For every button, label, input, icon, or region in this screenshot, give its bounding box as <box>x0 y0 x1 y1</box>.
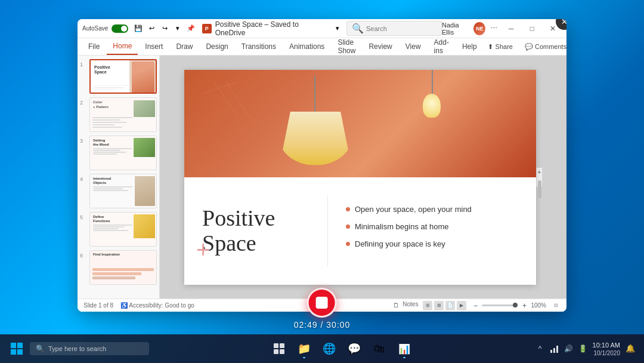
start-button[interactable] <box>7 339 26 358</box>
taskbar-search-text: Type here to search <box>48 345 106 352</box>
tab-view[interactable]: View <box>400 38 427 55</box>
tab-help[interactable]: Help <box>456 38 483 55</box>
redo-icon[interactable]: ↪ <box>159 23 170 34</box>
bullet-item-2: Minimalism begins at home <box>346 222 524 231</box>
scroll-up-arrow[interactable]: ▲ <box>537 168 543 176</box>
svg-rect-11 <box>550 350 552 353</box>
tab-design[interactable]: Design <box>200 38 234 55</box>
fit-to-window-icon[interactable]: ⊡ <box>551 301 561 310</box>
minimize-button[interactable]: ─ <box>503 20 520 37</box>
zoom-thumb[interactable] <box>513 303 518 307</box>
comments-button[interactable]: 💬 Comments <box>521 42 566 52</box>
powerpoint-icon: 📊 <box>398 343 410 355</box>
stop-recording-button[interactable] <box>307 288 337 318</box>
normal-view-icon[interactable]: ⊞ <box>423 301 432 310</box>
taskbar-search-bar[interactable]: 🔍 Type here to search <box>30 342 149 355</box>
notes-icon[interactable]: 🗒 <box>391 301 401 310</box>
search-icon: 🔍 <box>352 23 364 34</box>
chevron-up-icon[interactable]: ^ <box>534 343 546 355</box>
tab-insert[interactable]: Insert <box>139 38 169 55</box>
svg-rect-7 <box>274 343 278 348</box>
zoom-in-button[interactable]: + <box>520 302 528 310</box>
network-bars-icon <box>550 344 559 353</box>
title-bar-right: Nadia Ellis NE ⋯ ─ □ ✕ <box>442 20 562 37</box>
network-icon[interactable] <box>549 343 561 355</box>
slideshow-view-icon[interactable]: ▶ <box>457 301 466 310</box>
taskbar-clock[interactable]: 10:10 AM 10/1/2020 <box>593 341 620 356</box>
tab-draw[interactable]: Draw <box>170 38 199 55</box>
system-tray: ^ 🔊 🔋 <box>534 343 589 355</box>
tab-animations[interactable]: Animations <box>283 38 330 55</box>
slide-main-title: Positive Space <box>202 206 309 256</box>
notification-icon[interactable]: 🔔 <box>624 342 637 355</box>
slide-preview-6: Find Inspiration <box>89 250 157 285</box>
svg-rect-6 <box>17 349 23 355</box>
zoom-out-button[interactable]: − <box>471 302 479 310</box>
tab-home[interactable]: Home <box>107 38 138 55</box>
slide4-text: IntentionalObjects <box>93 177 132 192</box>
taskbar-apps: 📁 🌐 💬 🛍 📊 <box>153 338 531 359</box>
autosave-toggle[interactable] <box>112 24 128 33</box>
slide-content-bottom: Positive Space + Open your space, open y… <box>184 177 536 285</box>
pin-icon[interactable]: 📌 <box>185 23 196 34</box>
taskbar-teams[interactable]: 💬 <box>343 338 365 359</box>
slide-thumbnail-6[interactable]: 6 Find Inspiration <box>80 250 157 285</box>
taskbar-file-explorer[interactable]: 📁 <box>293 338 315 359</box>
tab-addins[interactable]: Add-ins <box>428 38 455 55</box>
slide-thumbnail-3[interactable]: 3 Settingthe Mood <box>80 136 157 170</box>
slide-preview-5: DefineFunctions <box>89 212 157 247</box>
customize-icon[interactable]: ▾ <box>172 23 183 34</box>
user-avatar[interactable]: NE <box>473 22 485 35</box>
accessibility-icon: ♿ <box>120 302 128 309</box>
taskbar-powerpoint[interactable]: 📊 <box>394 338 415 359</box>
zoom-slider[interactable] <box>482 304 518 306</box>
taskbar-edge[interactable]: 🌐 <box>318 338 340 359</box>
bullet-dot-1 <box>346 207 350 211</box>
slide-thumbnail-2[interactable]: 2 Color+ Pattern <box>80 97 157 132</box>
title-bar-left: AutoSave 💾 ↩ ↪ ▾ 📌 <box>82 23 202 34</box>
share-label: Share <box>496 43 513 50</box>
vertical-scrollbar[interactable]: ▲ ▼ <box>536 168 542 187</box>
slide-thumbnail-5[interactable]: 5 DefineFunctions <box>80 212 157 247</box>
slide-hero-image <box>184 70 536 177</box>
title-chevron-icon[interactable]: ▾ <box>332 23 343 34</box>
more-options-icon[interactable]: ⋯ <box>489 23 499 34</box>
tab-slideshow[interactable]: Slide Show <box>332 38 361 55</box>
tab-review[interactable]: Review <box>363 38 398 55</box>
zoom-control: − + 100% <box>471 302 546 310</box>
taskbar-search-icon: 🔍 <box>36 344 45 353</box>
notes-label[interactable]: Notes <box>402 301 418 310</box>
share-button[interactable]: ⬆ Share <box>484 42 516 52</box>
tab-file[interactable]: File <box>82 38 106 55</box>
undo-icon[interactable]: ↩ <box>146 23 157 34</box>
autosave-label: AutoSave <box>82 25 108 32</box>
slide-thumbnail-4[interactable]: 4 IntentionalObjects <box>80 174 157 208</box>
tab-transitions[interactable]: Transitions <box>236 38 282 55</box>
title-bar: AutoSave 💾 ↩ ↪ ▾ 📌 P Positive Space – Sa… <box>78 19 566 38</box>
slide-canvas: Positive Space + Open your space, open y… <box>184 70 536 285</box>
maximize-button[interactable]: □ <box>524 20 541 37</box>
comments-label: Comments <box>535 43 566 50</box>
view-mode-icons: ⊞ ⊠ 📄 ▶ <box>423 301 466 310</box>
title-center: P Positive Space – Saved to OneDrive ▾ 🔍 <box>202 20 442 37</box>
search-input[interactable] <box>366 25 438 32</box>
scroll-thumb[interactable] <box>538 180 541 198</box>
bulb-cord <box>432 70 433 94</box>
save-icon[interactable]: 💾 <box>133 23 144 34</box>
slide-count-label: Slide 1 of 8 <box>83 302 113 309</box>
slides-panel: 1 PositiveSpace 2 <box>78 56 160 299</box>
reading-view-icon[interactable]: 📄 <box>445 301 455 310</box>
recording-overlay: 02:49 / 30:00 <box>294 288 351 330</box>
bullet-item-3: Defining your space is key <box>346 239 524 248</box>
battery-icon[interactable]: 🔋 <box>577 343 589 355</box>
taskbar-store[interactable]: 🛍 <box>369 338 390 359</box>
slide-preview-3: Settingthe Mood <box>89 136 157 170</box>
bullet-dot-2 <box>346 224 350 229</box>
volume-icon[interactable]: 🔊 <box>563 343 575 355</box>
search-bar[interactable]: 🔍 <box>346 21 442 36</box>
svg-rect-8 <box>280 343 284 348</box>
slide6-lines <box>92 268 154 281</box>
taskbar-task-view[interactable] <box>268 338 290 359</box>
slide-thumbnail-1[interactable]: 1 PositiveSpace <box>80 59 157 94</box>
slide-sorter-icon[interactable]: ⊠ <box>434 301 444 310</box>
